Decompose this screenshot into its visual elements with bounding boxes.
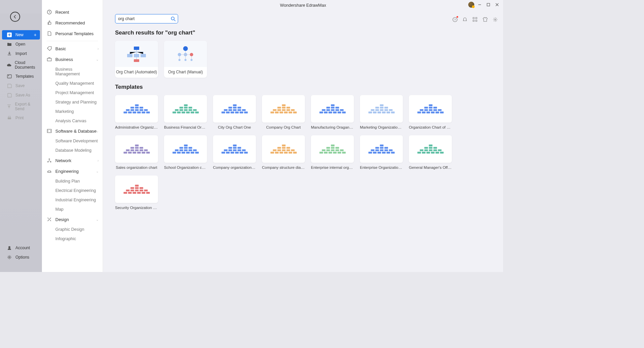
cat-design[interactable]: Design ⌄ xyxy=(42,214,103,225)
template-label: Marketing Organization C... xyxy=(360,123,403,129)
result-card-automated[interactable]: Org Chart (Automated) xyxy=(115,41,158,78)
org-chart-icon xyxy=(172,104,199,114)
cat-business[interactable]: Business ⌄ xyxy=(42,54,103,65)
cat-sub-infographic[interactable]: Infographic xyxy=(42,234,103,243)
template-card[interactable]: Organization Chart of Sale... xyxy=(409,95,452,129)
cat-software-label: Software & Database xyxy=(55,129,97,134)
nav-cloud-documents[interactable]: Cloud Documents xyxy=(0,58,42,72)
chevron-right-icon: › xyxy=(98,47,99,51)
cat-sub-database-modeling[interactable]: Database Modeling xyxy=(42,146,103,155)
template-thumb xyxy=(164,135,207,163)
clock-icon xyxy=(47,9,52,15)
plus-icon: + xyxy=(34,32,37,38)
org-chart-icon xyxy=(221,104,248,114)
shirt-icon[interactable] xyxy=(482,17,488,22)
template-card[interactable]: Company Org Chart xyxy=(262,95,305,129)
cat-basic-label: Basic xyxy=(55,46,66,51)
template-card[interactable]: Company organization chart xyxy=(213,135,256,169)
cat-sub-building-plan[interactable]: Building Plan xyxy=(42,177,103,186)
template-card[interactable]: City Org Chart One xyxy=(213,95,256,129)
minimize-button[interactable] xyxy=(476,1,483,8)
settings-icon[interactable] xyxy=(492,17,498,22)
cat-sub-business-management[interactable]: Business Management xyxy=(42,65,103,79)
search-input[interactable] xyxy=(118,16,171,21)
templates-heading: Templates xyxy=(115,84,491,90)
template-label: Administrative Organizati... xyxy=(115,123,158,129)
cat-sub-industrial-engineering[interactable]: Industrial Engineering xyxy=(42,195,103,205)
cat-basic[interactable]: Basic › xyxy=(42,43,103,54)
cat-network[interactable]: Network › xyxy=(42,155,103,166)
help-icon[interactable]: ? xyxy=(452,17,458,22)
cat-recent-label: Recent xyxy=(55,10,69,15)
svg-rect-17 xyxy=(476,17,477,19)
cat-sub-graphic-design[interactable]: Graphic Design xyxy=(42,225,103,234)
gear-icon xyxy=(7,255,12,260)
template-label: Enterprise internal organiz... xyxy=(311,163,354,169)
org-chart-icon xyxy=(123,184,150,195)
template-thumb xyxy=(311,95,354,123)
nav-open[interactable]: Open xyxy=(0,40,42,49)
cat-sub-analysis-canvas[interactable]: Analysis Canvas xyxy=(42,116,103,126)
cat-sub-quality-management[interactable]: Quality Management xyxy=(42,79,103,88)
cat-network-label: Network xyxy=(55,158,71,163)
bell-icon[interactable] xyxy=(462,17,468,22)
template-card[interactable]: Enterprise Organization Ch... xyxy=(360,135,403,169)
search-box[interactable] xyxy=(115,14,178,23)
svg-rect-22 xyxy=(134,47,139,50)
nav-save[interactable]: Save xyxy=(0,81,42,90)
result-thumb xyxy=(164,41,207,67)
svg-point-27 xyxy=(183,46,188,51)
svg-rect-2 xyxy=(8,75,9,76)
result-card-manual[interactable]: Org Chart (Manual) xyxy=(164,41,207,78)
main-content: Wondershare EdrawMax ? Search results fo… xyxy=(103,0,503,272)
nav-templates[interactable]: Templates xyxy=(0,72,42,81)
cat-recent[interactable]: Recent xyxy=(42,7,103,17)
titlebar: Wondershare EdrawMax xyxy=(103,0,503,11)
nav-export[interactable]: Export & Send xyxy=(0,100,42,113)
template-card[interactable]: School Organization chart xyxy=(164,135,207,169)
template-card[interactable]: Marketing Organization C... xyxy=(360,95,403,129)
nav-new[interactable]: New + xyxy=(2,30,40,40)
nav-import[interactable]: Import xyxy=(0,49,42,58)
cat-sub-map[interactable]: Map xyxy=(42,205,103,214)
maximize-button[interactable] xyxy=(485,1,492,8)
template-card[interactable]: Security Organization Chart xyxy=(115,176,158,210)
cat-sub-marketing[interactable]: Marketing xyxy=(42,107,103,116)
header-toolbar: ? xyxy=(452,17,498,22)
export-icon xyxy=(7,104,12,109)
template-card[interactable]: Sales organization chart xyxy=(115,135,158,169)
search-icon[interactable] xyxy=(171,16,176,21)
template-card[interactable]: Enterprise internal organiz... xyxy=(311,135,354,169)
cat-engineering[interactable]: Engineering ⌄ xyxy=(42,166,103,177)
close-button[interactable] xyxy=(494,1,500,8)
nav-save-as[interactable]: Save As xyxy=(0,90,42,100)
nav-account[interactable]: Account xyxy=(0,243,42,253)
svg-point-10 xyxy=(49,159,50,160)
tag-icon xyxy=(47,46,52,51)
back-button[interactable] xyxy=(10,12,20,22)
cat-personal-templates[interactable]: Personal Templates xyxy=(42,28,103,39)
apps-icon[interactable] xyxy=(472,17,478,22)
template-card[interactable]: Business Financial Organiz... xyxy=(164,95,207,129)
org-chart-icon xyxy=(270,144,297,154)
template-card[interactable]: General Manager's Office ... xyxy=(409,135,452,169)
document-icon xyxy=(47,31,52,36)
cat-recommended[interactable]: Recommended xyxy=(42,17,103,28)
template-card[interactable]: Administrative Organizati... xyxy=(115,95,158,129)
template-label: Manufacturing Oraganizati... xyxy=(311,123,354,129)
nav-cloud-label: Cloud Documents xyxy=(15,60,39,70)
avatar[interactable] xyxy=(468,2,474,8)
cat-sub-software-development[interactable]: Software Development xyxy=(42,136,103,146)
template-card[interactable]: Company structure diagram xyxy=(262,135,305,169)
nav-print[interactable]: Print xyxy=(0,113,42,123)
cat-sub-electrical-engineering[interactable]: Electrical Engineering xyxy=(42,186,103,195)
cat-design-label: Design xyxy=(55,217,69,222)
svg-point-28 xyxy=(178,53,181,56)
cat-sub-project-management[interactable]: Project Management xyxy=(42,88,103,97)
cat-software-database[interactable]: Software & Database ⌄ xyxy=(42,126,103,136)
cat-sub-strategy-planning[interactable]: Strategy and Planning xyxy=(42,97,103,107)
nav-new-label: New xyxy=(15,32,23,37)
template-thumb xyxy=(115,176,158,203)
template-card[interactable]: Manufacturing Oraganizati... xyxy=(311,95,354,129)
nav-options[interactable]: Options xyxy=(0,253,42,262)
